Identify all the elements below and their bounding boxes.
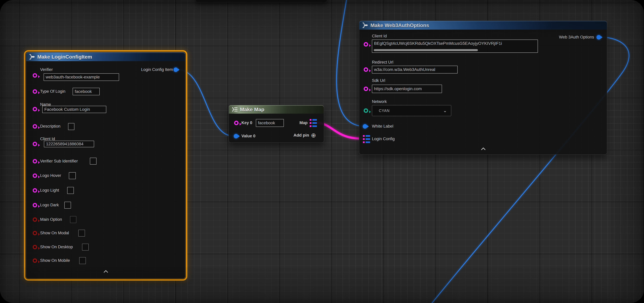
- pin-label: Network: [372, 99, 387, 104]
- pin-label: Sdk Url: [372, 78, 385, 83]
- main-option-checkbox[interactable]: [70, 216, 76, 223]
- type-of-login-input[interactable]: facebook: [72, 88, 100, 95]
- node-header[interactable]: Make Web3AuthOptions: [359, 21, 607, 30]
- key-0-input[interactable]: facebook: [256, 119, 284, 127]
- input-pin-name[interactable]: [32, 107, 37, 111]
- output-pin-label: Web 3Auth Options: [559, 35, 594, 40]
- client-id-input[interactable]: BEglQSgt4cUWcj6SKRdu5QkOXTsePmMcusG5EAoy…: [372, 40, 538, 53]
- output-pin-label: Login Config Item: [141, 67, 173, 72]
- pin-label: Show On Modal: [40, 231, 69, 235]
- pin-label: Logo Dark: [40, 203, 59, 208]
- node-make-loginconfigitem[interactable]: Make LoginConfigItem Login Config Item V…: [26, 52, 185, 279]
- node-header[interactable]: Make LoginConfigItem: [26, 52, 185, 61]
- make-struct-icon: [362, 22, 368, 28]
- collapse-chevron-icon[interactable]: [481, 148, 486, 150]
- input-pin-network[interactable]: [364, 108, 368, 113]
- input-pin-key-0[interactable]: [234, 121, 238, 125]
- input-pin-verifier-sub-identifier[interactable]: [32, 159, 37, 164]
- show-on-modal-checkbox[interactable]: [78, 230, 85, 236]
- pin-label: Map: [300, 120, 308, 125]
- pin-label: Login Config: [372, 136, 395, 141]
- logo-hover-input[interactable]: [69, 172, 76, 179]
- input-pin-logo-hover[interactable]: [32, 174, 37, 178]
- input-pin-show-on-modal[interactable]: [32, 231, 37, 235]
- pin-label: Main Option: [40, 217, 62, 222]
- pin-label: Redirect Url: [372, 60, 394, 65]
- input-pin-white-label[interactable]: [363, 124, 367, 129]
- node-make-web3authoptions[interactable]: Make Web3AuthOptions Web 3Auth Options C…: [359, 20, 607, 155]
- input-pin-value-0[interactable]: [234, 134, 238, 138]
- sdk-url-input[interactable]: https://sdk.openlogin.com: [372, 84, 442, 93]
- input-pin-logo-dark[interactable]: [32, 203, 37, 208]
- node-title: Make LoginConfigItem: [37, 54, 92, 60]
- logo-dark-input[interactable]: [64, 202, 71, 208]
- node-make-map[interactable]: Make Map Key 0 facebook Map Value 0 Add …: [228, 105, 324, 143]
- pin-label: Description: [40, 124, 60, 129]
- description-input[interactable]: [68, 123, 74, 130]
- node-title: Make Map: [240, 106, 264, 112]
- offscreen-node-fragment[interactable]: [196, 0, 327, 2]
- output-pin-web3auth-options[interactable]: [596, 35, 601, 40]
- make-struct-icon: [28, 54, 35, 60]
- input-pin-sdk-url[interactable]: [364, 86, 368, 91]
- input-pin-client-id[interactable]: [32, 142, 37, 146]
- show-on-desktop-checkbox[interactable]: [82, 244, 89, 250]
- pin-label: Verifier Sub Identifier: [40, 159, 78, 164]
- output-pin-login-config-item[interactable]: [174, 68, 178, 72]
- pin-label: Verifier: [40, 67, 53, 72]
- client-id-input[interactable]: 1222658941886084: [44, 141, 94, 147]
- show-on-mobile-checkbox[interactable]: [79, 257, 86, 264]
- logo-light-input[interactable]: [67, 187, 74, 194]
- input-pin-login-config[interactable]: [363, 135, 370, 143]
- node-title: Make Web3AuthOptions: [370, 22, 429, 28]
- pin-label: White Label: [372, 124, 394, 129]
- add-pin-button[interactable]: Add pin ⊕: [294, 133, 316, 138]
- input-pin-show-on-mobile[interactable]: [32, 258, 37, 263]
- textbox-horizontal-scrollbar[interactable]: [374, 49, 478, 51]
- pin-label: Type Of Login: [40, 89, 66, 94]
- wire-loginconfigitem-to-value0[interactable]: [178, 70, 233, 136]
- pin-label: Logo Hover: [40, 173, 61, 178]
- collapse-chevron-icon[interactable]: [104, 270, 108, 273]
- blueprint-graph-canvas[interactable]: Make LoginConfigItem Login Config Item V…: [0, 0, 644, 303]
- input-pin-client-id[interactable]: [364, 42, 368, 46]
- input-pin-show-on-desktop[interactable]: [32, 245, 37, 249]
- network-dropdown[interactable]: CYAN ⌄: [372, 105, 451, 116]
- verifier-input[interactable]: web3auth-facebook-example: [44, 73, 119, 81]
- wire-top-to-white-label[interactable]: [336, 0, 362, 126]
- input-pin-description[interactable]: [32, 124, 37, 129]
- input-pin-main-option[interactable]: [32, 217, 37, 222]
- name-input[interactable]: Facebook Custom Login: [42, 106, 106, 113]
- pin-label: Show On Desktop: [40, 245, 73, 249]
- pin-label: Show On Mobile: [40, 258, 70, 263]
- pin-label: Logo Light: [40, 188, 59, 193]
- pin-label: Key 0: [242, 120, 252, 125]
- pin-label: Value 0: [242, 134, 256, 138]
- input-pin-type-of-login[interactable]: [32, 89, 37, 94]
- make-map-icon: [231, 106, 238, 112]
- redirect-url-input[interactable]: w3a://com.w3a.Web3AuthUnreal: [372, 66, 458, 74]
- input-pin-verifier[interactable]: [32, 73, 37, 78]
- output-pin-map[interactable]: [310, 119, 317, 127]
- verifier-sub-identifier-input[interactable]: [90, 158, 96, 164]
- input-pin-redirect-url[interactable]: [364, 67, 368, 72]
- pin-label: Client Id: [372, 34, 387, 38]
- node-header[interactable]: Make Map: [229, 105, 324, 114]
- input-pin-logo-light[interactable]: [32, 188, 37, 193]
